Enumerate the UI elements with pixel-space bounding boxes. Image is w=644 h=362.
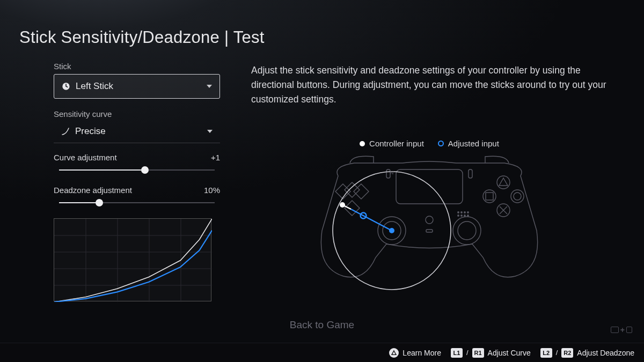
svg-point-14 [514, 193, 521, 200]
sensitivity-curve-value: Precise [75, 126, 207, 137]
hint-learn-more: Learn More [389, 348, 441, 358]
settings-panel: Stick Left Stick Sensitivity curve Preci… [54, 62, 220, 301]
svg-point-20 [426, 216, 433, 224]
button-hints-bar: Learn More L1 / R1 Adjust Curve L2 / R2 … [0, 343, 644, 362]
svg-point-22 [458, 212, 459, 213]
legend-controller-input: Controller input [360, 139, 424, 148]
chevron-down-icon [207, 85, 212, 88]
deadzone-adjustment-value: 10% [204, 186, 220, 195]
curve-adjustment-value: +1 [211, 153, 220, 162]
svg-point-23 [461, 212, 462, 213]
input-legend: Controller input Adjusted input [251, 139, 608, 148]
svg-point-24 [464, 212, 465, 213]
svg-point-29 [467, 215, 469, 216]
svg-point-25 [467, 212, 469, 213]
curve-adjustment-slider[interactable] [59, 169, 215, 171]
svg-point-27 [461, 215, 462, 216]
svg-point-37 [340, 202, 345, 208]
l1-button-icon: L1 [451, 348, 463, 358]
deadzone-adjustment-slider[interactable] [59, 202, 215, 203]
svg-text:N: N [390, 170, 394, 175]
chevron-down-icon [207, 130, 213, 133]
dot-icon [360, 141, 365, 146]
slider-thumb[interactable] [96, 199, 103, 206]
deadzone-adjustment-label: Deadzone adjustment [54, 186, 132, 195]
sensitivity-curve-select[interactable]: Precise [54, 122, 220, 143]
svg-point-11 [483, 190, 496, 203]
stick-select[interactable]: Left Stick [54, 74, 220, 99]
option-hint-icon: + [611, 326, 632, 334]
svg-point-34 [389, 228, 394, 233]
svg-rect-12 [486, 193, 493, 200]
info-panel: Adjust the stick sensitivity and deadzon… [251, 63, 608, 148]
svg-rect-31 [469, 169, 472, 178]
triangle-button-icon [389, 348, 399, 358]
clock-icon [62, 82, 70, 91]
back-to-game-button[interactable]: Back to Game [290, 319, 354, 331]
sensitivity-curve-chart [54, 218, 211, 301]
svg-point-13 [511, 190, 524, 203]
stick-label: Stick [54, 62, 220, 71]
curve-icon [61, 127, 70, 136]
controller-diagram: N [301, 150, 558, 311]
svg-point-28 [464, 215, 465, 216]
stick-select-value: Left Stick [76, 81, 207, 92]
hint-adjust-curve: L1 / R1 Adjust Curve [451, 348, 531, 358]
svg-line-33 [351, 209, 392, 231]
curve-adjustment-label: Curve adjustment [54, 153, 117, 162]
svg-point-18 [453, 217, 481, 245]
description-text: Adjust the stick sensitivity and deadzon… [251, 63, 608, 107]
ring-icon [438, 141, 444, 146]
svg-point-26 [458, 215, 459, 216]
r2-button-icon: R2 [561, 348, 573, 358]
sensitivity-curve-label: Sensitivity curve [54, 109, 220, 119]
slider-thumb[interactable] [141, 166, 149, 174]
r1-button-icon: R1 [472, 348, 484, 358]
svg-rect-21 [426, 230, 433, 232]
svg-rect-9 [396, 169, 463, 204]
l2-button-icon: L2 [540, 348, 552, 358]
svg-point-19 [458, 221, 476, 240]
legend-adjusted-input: Adjusted input [438, 139, 499, 148]
hint-adjust-deadzone: L2 / R2 Adjust Deadzone [540, 348, 634, 358]
page-title: Stick Sensitivity/Deadzone | Test [19, 28, 265, 47]
